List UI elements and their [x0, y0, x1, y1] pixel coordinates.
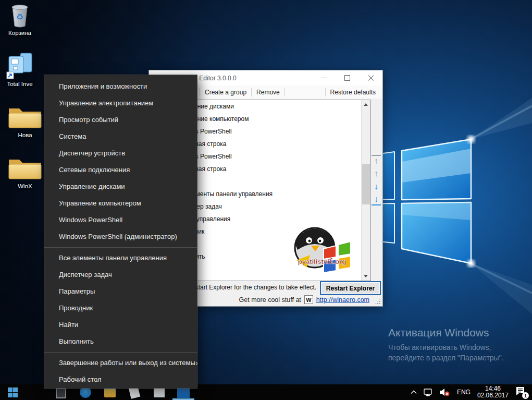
winx-menu-item[interactable]: Управление электропитанием — [44, 95, 197, 112]
yellow-folder-icon — [104, 388, 116, 397]
activation-line1: Чтобы активировать Windows, — [388, 342, 504, 353]
system-tray: ENG 14:46 02.06.2017 1 — [411, 384, 532, 400]
folder-icon — [7, 103, 43, 130]
desktop-icon-folder-new[interactable]: Нова — [6, 103, 44, 139]
svg-text:♻: ♻ — [16, 13, 23, 21]
grey-outline-icon — [56, 388, 66, 398]
minimize-icon — [321, 78, 327, 78]
volume-muted-icon[interactable] — [440, 388, 450, 396]
maximize-icon — [344, 75, 350, 81]
move-up-icon[interactable]: ↑ — [372, 168, 381, 179]
desktop-icon-recycle-bin[interactable]: ♻ Корзина — [3, 3, 36, 37]
winx-menu-item-label: Управление компьютером — [59, 195, 141, 212]
winx-menu-item-label: Выполнить — [59, 333, 94, 350]
winx-menu-item[interactable]: Приложения и возможности — [44, 78, 197, 95]
winx-menu-item[interactable]: Система — [44, 128, 197, 145]
restore-defaults-button[interactable]: Restore defaults — [326, 89, 380, 96]
menu-separator — [44, 247, 197, 248]
windows-start-icon — [8, 387, 18, 397]
winaero-logo-icon: W — [304, 295, 313, 304]
winx-menu-item[interactable]: Завершение работы или выход из системы› — [44, 355, 197, 371]
winx-context-menu: Приложения и возможностиУправление элект… — [44, 75, 197, 389]
submenu-arrow-icon: › — [195, 355, 198, 371]
winx-menu-item[interactable]: Найти — [44, 317, 197, 333]
pyatilistnik-watermark: pyatilistnik.org — [291, 223, 353, 275]
footer-text: Get more cool stuff at — [239, 296, 301, 304]
tray-date: 02.06.2017 — [477, 392, 509, 399]
winx-menu-item[interactable]: Рабочий стол — [44, 371, 197, 388]
notification-badge: 1 — [522, 392, 529, 399]
winx-menu-item-label: Приложения и возможности — [59, 78, 147, 95]
winx-menu-item[interactable]: Выполнить — [44, 333, 197, 350]
tray-chevron-icon[interactable] — [411, 390, 417, 394]
remove-button[interactable]: Remove — [252, 89, 284, 96]
close-button[interactable] — [359, 70, 382, 86]
toolbar-separator — [284, 88, 285, 96]
winx-menu-item[interactable]: Просмотр событий — [44, 112, 197, 128]
winx-menu-item[interactable]: Диспетчер устройств — [44, 145, 197, 162]
move-down-icon[interactable]: ↓ — [372, 181, 381, 192]
winx-menu-item[interactable]: Управление дисками — [44, 178, 197, 195]
winx-menu-item[interactable]: Управление компьютером — [44, 195, 197, 212]
winx-menu-item[interactable]: Сетевые подключения — [44, 162, 197, 178]
desktop-icon-label: Нова — [10, 132, 40, 139]
restart-explorer-button[interactable]: Restart Explorer — [320, 281, 381, 295]
white-flat-icon — [154, 387, 165, 397]
desktop-icon-folder-winx[interactable]: WinX — [6, 154, 44, 190]
windows-activation-watermark: Активация Windows Чтобы активировать Win… — [388, 326, 504, 363]
move-buttons: ↑↑↓↓ — [371, 155, 381, 205]
total-app-icon — [6, 52, 34, 79]
winx-menu-item-label: Все элементы панели управления — [59, 250, 167, 266]
create-group-button[interactable]: Create a group — [200, 89, 251, 96]
move-to-bottom-icon[interactable]: ↓ — [372, 194, 381, 205]
language-indicator[interactable]: ENG — [457, 389, 471, 396]
desktop-icon-total-shortcut[interactable]: Total Inve — [4, 52, 35, 88]
winaero-link[interactable]: http://winaero.com — [316, 296, 369, 304]
winx-menu-item[interactable]: Windows PowerShell — [44, 212, 197, 228]
network-icon[interactable] — [424, 389, 433, 396]
winx-menu-item-label: Управление электропитанием — [59, 95, 153, 112]
list-scrollbar[interactable] — [361, 100, 370, 281]
action-center-button[interactable]: 1 — [515, 386, 527, 398]
activation-line2: перейдите в раздел "Параметры". — [388, 353, 504, 363]
scrollbar-up-arrow[interactable] — [362, 100, 370, 109]
folder-icon — [7, 154, 43, 181]
desktop-icon-label: Корзина — [5, 30, 35, 37]
winx-menu-item-label: Windows PowerShell (администратор) — [59, 228, 177, 245]
start-button[interactable] — [0, 384, 25, 400]
winx-menu-item-label: Диспетчер задач — [59, 266, 112, 283]
close-icon — [368, 75, 374, 81]
winx-menu-item[interactable]: Проводник — [44, 300, 197, 317]
winx-menu-item-label: Сетевые подключения — [59, 162, 130, 178]
winx-menu-item-label: Система — [59, 128, 86, 145]
watermark-text: pyatilistnik.org — [298, 258, 347, 265]
desktop: { "desktop": { "icons": [ {"id": "recycl… — [0, 0, 532, 400]
winx-menu-item-label: Просмотр событий — [59, 112, 118, 128]
winx-menu-item-label: Управление дисками — [59, 178, 125, 195]
desktop-icon-label: Total Inve — [5, 81, 35, 88]
winx-menu-item[interactable]: Windows PowerShell (администратор) — [44, 228, 197, 245]
menu-separator — [44, 352, 197, 353]
winx-menu-item-label: Windows PowerShell — [59, 212, 122, 228]
clock[interactable]: 14:46 02.06.2017 — [477, 385, 509, 399]
winx-menu-item-label: Найти — [59, 317, 78, 333]
winx-menu-items: Приложения и возможностиУправление элект… — [44, 78, 197, 388]
desktop-icon-label: WinX — [10, 183, 40, 190]
winx-menu-item[interactable]: Параметры — [44, 283, 197, 300]
winx-menu-item-label: Завершение работы или выход из системы — [59, 355, 195, 371]
activation-title: Активация Windows — [388, 326, 504, 339]
winx-menu-item-label: Диспетчер устройств — [59, 145, 125, 162]
winx-menu-item[interactable]: Все элементы панели управления — [44, 250, 197, 266]
winx-menu-item[interactable]: Диспетчер задач — [44, 266, 197, 283]
minimize-button[interactable] — [312, 70, 336, 86]
winx-menu-item-label: Параметры — [59, 283, 95, 300]
winx-menu-item-label: Рабочий стол — [59, 371, 102, 388]
move-to-top-icon[interactable]: ↑ — [372, 155, 381, 166]
maximize-button[interactable] — [336, 70, 359, 86]
winx-menu-item-label: Проводник — [59, 300, 93, 317]
scrollbar-thumb[interactable] — [362, 164, 370, 204]
recycle-bin-icon: ♻ — [9, 3, 30, 28]
